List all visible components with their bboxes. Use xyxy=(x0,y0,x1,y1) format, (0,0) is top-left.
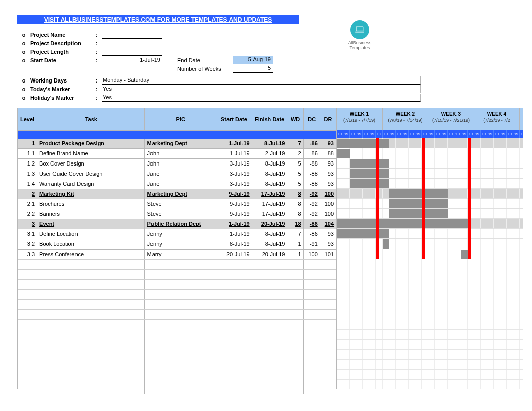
gantt-row[interactable] xyxy=(337,229,523,239)
gantt-row[interactable] xyxy=(337,340,523,350)
gantt-row[interactable] xyxy=(337,319,523,330)
table-row[interactable]: 1Product Package DesignMarketing Dept1-J… xyxy=(18,138,336,148)
gantt-row[interactable] xyxy=(337,309,523,319)
gantt-sheet: Level Task PIC Start Date Finish Date WD… xyxy=(17,108,523,389)
gantt-row[interactable] xyxy=(337,380,523,389)
gantt-bar[interactable] xyxy=(350,159,389,168)
table-row[interactable] xyxy=(18,330,336,340)
gantt-bar[interactable] xyxy=(337,219,468,228)
gantt-row[interactable] xyxy=(337,350,523,360)
gantt-bar[interactable] xyxy=(383,239,389,249)
input-today-marker[interactable]: Yes xyxy=(102,85,421,93)
gantt-bar[interactable] xyxy=(350,179,389,188)
col-start-date[interactable]: Start Date xyxy=(216,108,252,130)
gantt-row[interactable] xyxy=(337,138,523,148)
table-row[interactable] xyxy=(18,259,336,269)
day-cell: 19 xyxy=(494,130,500,138)
day-cell: 19 xyxy=(337,130,343,138)
table-row[interactable]: 2.1BrochuresSteve9-Jul-1917-Jul-198-9210… xyxy=(18,199,336,209)
banner-link[interactable]: VISIT ALLBUSINESSTEMPLATES.COM FOR MORE … xyxy=(17,15,299,24)
day-cell: 19 xyxy=(409,130,415,138)
gantt-bar[interactable] xyxy=(389,189,448,198)
project-meta: oProject Name: oProject Description: oPr… xyxy=(17,30,527,102)
value-num-weeks: 5 xyxy=(233,65,273,73)
table-row[interactable] xyxy=(18,289,336,299)
gantt-row[interactable] xyxy=(337,279,523,289)
gantt-row[interactable] xyxy=(337,289,523,299)
gantt-bar[interactable] xyxy=(350,169,389,178)
gantt-bar[interactable] xyxy=(337,149,350,158)
table-row[interactable]: 2.2BannersSteve9-Jul-1917-Jul-198-92100 xyxy=(18,209,336,219)
day-cell: 19 xyxy=(415,130,422,138)
table-row[interactable]: 2Marketing KitMarketing Dept9-Jul-1917-J… xyxy=(18,189,336,199)
day-cell: 19 xyxy=(396,130,402,138)
table-row[interactable]: 3.1Define LocationJenny1-Jul-198-Jul-197… xyxy=(18,229,336,239)
table-row[interactable] xyxy=(18,370,336,380)
table-row[interactable] xyxy=(18,279,336,289)
label-project-length: Project Length xyxy=(30,49,96,55)
gantt-row[interactable] xyxy=(337,360,523,370)
gantt-row[interactable] xyxy=(337,299,523,309)
gantt-bar[interactable] xyxy=(389,199,448,208)
table-row[interactable] xyxy=(18,299,336,309)
label-start-date: Start Date xyxy=(30,57,96,63)
input-working-days[interactable]: Monday - Saturday xyxy=(102,76,421,85)
col-level[interactable]: Level xyxy=(18,108,37,130)
table-row[interactable] xyxy=(18,360,336,370)
gantt-row[interactable] xyxy=(337,239,523,249)
gantt-row[interactable] xyxy=(337,249,523,259)
col-dc[interactable]: DC xyxy=(303,108,320,130)
gantt-bar[interactable] xyxy=(389,209,448,218)
table-row[interactable]: 1.4Warranty Card DesignJane3-Jul-198-Jul… xyxy=(18,179,336,189)
gantt-row[interactable] xyxy=(337,179,523,189)
gantt-bar[interactable] xyxy=(337,139,389,148)
input-project-desc[interactable] xyxy=(102,39,222,47)
gantt-row[interactable] xyxy=(337,219,523,229)
gantt-row[interactable] xyxy=(337,259,523,269)
input-project-name[interactable] xyxy=(102,31,162,39)
table-row[interactable] xyxy=(18,269,336,279)
table-row[interactable] xyxy=(18,380,336,390)
table-row[interactable]: 1.2Box Cover DesignJohn3-Jul-198-Jul-195… xyxy=(18,158,336,169)
marker-line xyxy=(422,138,425,259)
table-row[interactable] xyxy=(18,350,336,360)
input-project-length[interactable] xyxy=(102,48,162,56)
gantt-row[interactable] xyxy=(337,330,523,340)
input-start-date[interactable]: 1-Jul-19 xyxy=(102,56,162,64)
col-task[interactable]: Task xyxy=(37,108,145,130)
table-row[interactable]: 1.1Define Brand NameJohn1-Jul-192-Jul-19… xyxy=(18,148,336,158)
col-finish-date[interactable]: Finish Date xyxy=(252,108,287,130)
day-cell: 19 xyxy=(474,130,481,138)
gantt-row[interactable] xyxy=(337,158,523,169)
col-wd[interactable]: WD xyxy=(287,108,303,130)
day-cell: 19 xyxy=(454,130,461,138)
gantt-row[interactable] xyxy=(337,209,523,219)
table-row[interactable] xyxy=(18,319,336,330)
gantt-row[interactable] xyxy=(337,199,523,209)
col-dr[interactable]: DR xyxy=(320,108,336,130)
week-header: WEEK 4(7/22/19 - 7/2 xyxy=(474,108,520,130)
svg-rect-2 xyxy=(355,32,364,33)
table-row[interactable]: 1.3User Guide Cover DesignJane3-Jul-198-… xyxy=(18,169,336,179)
marker-line xyxy=(468,138,471,259)
gantt-row[interactable] xyxy=(337,169,523,179)
table-row[interactable] xyxy=(18,340,336,350)
gantt-bar[interactable] xyxy=(337,229,389,238)
table-row[interactable]: 3EventPublic Relation Dept1-Jul-1920-Jul… xyxy=(18,219,336,229)
table-row[interactable] xyxy=(18,390,336,394)
day-cell: 19 xyxy=(520,130,523,138)
gantt-bar[interactable] xyxy=(461,250,468,259)
gantt-row[interactable] xyxy=(337,148,523,158)
table-row[interactable]: 3.2Book LocationJenny8-Jul-198-Jul-191-9… xyxy=(18,239,336,249)
day-cell: 19 xyxy=(383,130,389,138)
svg-rect-1 xyxy=(357,27,363,31)
table-row[interactable]: 3.3Press ConferenceMarry20-Jul-1920-Jul-… xyxy=(18,249,336,259)
table-row[interactable] xyxy=(18,309,336,319)
gantt-row[interactable] xyxy=(337,269,523,279)
gantt-row[interactable] xyxy=(337,189,523,199)
col-pic[interactable]: PIC xyxy=(145,108,216,130)
input-holiday-marker[interactable]: Yes xyxy=(102,94,421,102)
brand-caption: AllBusiness Templates xyxy=(348,40,372,50)
label-project-name: Project Name xyxy=(30,32,96,38)
gantt-row[interactable] xyxy=(337,370,523,380)
